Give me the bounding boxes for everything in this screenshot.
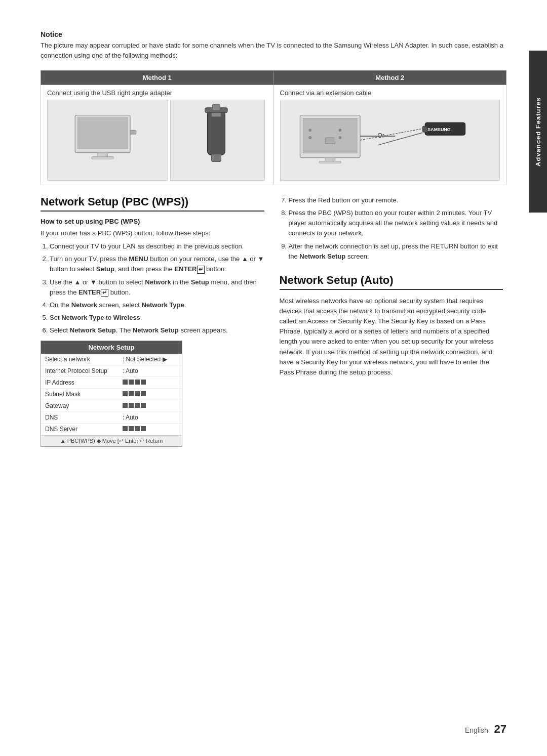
row-label: IP Address bbox=[41, 377, 119, 389]
page-footer: English 27 bbox=[465, 723, 506, 736]
row-label: Select a network bbox=[41, 354, 119, 365]
row-label: Internet Protocol Setup bbox=[41, 365, 119, 377]
step-1: Connect your TV to your LAN as described… bbox=[50, 241, 264, 251]
pbc-intro: If your router has a PBC (WPS) button, f… bbox=[41, 228, 264, 238]
row-value bbox=[119, 389, 182, 400]
svg-rect-6 bbox=[212, 113, 221, 117]
network-setup-table: Select a network : Not Selected ▶ Intern… bbox=[41, 354, 182, 435]
step-7: Press the Red button on your remote. bbox=[289, 195, 503, 205]
method1-description: Connect using the USB right angle adapte… bbox=[47, 89, 267, 97]
network-setup-box: Network Setup Select a network : Not Sel… bbox=[41, 341, 182, 447]
svg-text:SAMSUNG: SAMSUNG bbox=[427, 127, 450, 132]
notice-title: Notice bbox=[41, 30, 506, 38]
step-6: Select Network Setup. The Network Setup … bbox=[50, 325, 264, 335]
notice-text: The picture may appear corrupted or have… bbox=[41, 40, 506, 60]
method2-image: Or SAMSUNG bbox=[280, 100, 500, 181]
method2-cell: Connect via an extension cable bbox=[274, 85, 506, 185]
step-3: Use the ▲ or ▼ button to select Network … bbox=[50, 277, 264, 298]
svg-text:Or: Or bbox=[377, 132, 384, 139]
row-label: Gateway bbox=[41, 400, 119, 412]
right-column: Press the Red button on your remote. Pre… bbox=[280, 195, 503, 447]
row-label: DNS bbox=[41, 412, 119, 424]
notice-section: Notice The picture may appear corrupted … bbox=[41, 30, 506, 60]
method1-header: Method 1 bbox=[41, 71, 274, 85]
svg-rect-11 bbox=[303, 118, 357, 153]
method1-image-left bbox=[47, 100, 168, 181]
table-row: IP Address bbox=[41, 377, 182, 389]
svg-rect-22 bbox=[422, 126, 427, 132]
table-row: Subnet Mask bbox=[41, 389, 182, 400]
pbc-section-header: Network Setup (PBC (WPS)) bbox=[41, 195, 264, 212]
svg-point-14 bbox=[308, 129, 311, 132]
svg-rect-18 bbox=[325, 138, 335, 144]
network-setup-screen-title: Network Setup bbox=[41, 341, 182, 354]
main-content: Network Setup (PBC (WPS)) How to set up … bbox=[41, 195, 506, 447]
svg-line-24 bbox=[360, 129, 422, 140]
svg-rect-5 bbox=[208, 110, 225, 155]
step-5: Set Network Type to Wireless. bbox=[50, 313, 264, 323]
methods-table: Method 1 Method 2 Connect using the USB … bbox=[41, 70, 506, 185]
method1-images bbox=[47, 100, 267, 181]
table-row: DNS : Auto bbox=[41, 412, 182, 424]
page-container: Advanced Features Notice The picture may… bbox=[0, 0, 547, 756]
svg-point-17 bbox=[338, 136, 341, 139]
step-2: Turn on your TV, press the MENU button o… bbox=[50, 254, 264, 274]
footer-language: English bbox=[465, 726, 488, 734]
row-value: : Not Selected ▶ bbox=[119, 354, 182, 365]
table-row: Internet Protocol Setup : Auto bbox=[41, 365, 182, 377]
svg-rect-1 bbox=[77, 118, 128, 149]
pbc-title: Network Setup (PBC (WPS)) bbox=[41, 195, 188, 208]
svg-rect-7 bbox=[212, 154, 221, 162]
method2-description: Connect via an extension cable bbox=[280, 89, 500, 97]
auto-section-header: Network Setup (Auto) bbox=[280, 274, 503, 290]
table-row: Select a network : Not Selected ▶ bbox=[41, 354, 182, 365]
step-4: On the Network screen, select Network Ty… bbox=[50, 300, 264, 310]
svg-rect-9 bbox=[213, 104, 220, 110]
step-8: Press the PBC (WPS) button on your route… bbox=[289, 208, 503, 238]
svg-point-15 bbox=[308, 136, 311, 139]
side-tab-label: Advanced Features bbox=[534, 97, 542, 166]
svg-rect-4 bbox=[130, 130, 136, 134]
pbc-subsection-title: How to set up using PBC (WPS) bbox=[41, 218, 264, 225]
auto-section: Network Setup (Auto) Most wireless netwo… bbox=[280, 274, 503, 377]
svg-rect-3 bbox=[92, 157, 113, 159]
row-label: Subnet Mask bbox=[41, 389, 119, 400]
auto-title: Network Setup (Auto) bbox=[280, 274, 394, 286]
row-label: DNS Server bbox=[41, 424, 119, 435]
row-value: : Auto bbox=[119, 365, 182, 377]
step-9: After the network connection is set up, … bbox=[289, 241, 503, 262]
side-tab: Advanced Features bbox=[529, 51, 547, 213]
method1-image-right bbox=[170, 100, 265, 181]
auto-text: Most wireless networks have an optional … bbox=[280, 296, 503, 377]
row-value bbox=[119, 424, 182, 435]
method2-header: Method 2 bbox=[274, 71, 506, 85]
method1-cell: Connect using the USB right angle adapte… bbox=[41, 85, 274, 185]
row-value bbox=[119, 400, 182, 412]
footer-page-number: 27 bbox=[494, 723, 506, 735]
svg-line-25 bbox=[377, 133, 422, 145]
svg-rect-13 bbox=[319, 161, 341, 163]
network-setup-footer: ▲ PBC(WPS) ◆ Move [↵ Enter ↩ Return bbox=[41, 435, 182, 446]
row-value bbox=[119, 377, 182, 389]
row-value: : Auto bbox=[119, 412, 182, 424]
pbc-steps-list: Connect your TV to your LAN as described… bbox=[41, 241, 264, 335]
table-row: Gateway bbox=[41, 400, 182, 412]
left-column: Network Setup (PBC (WPS)) How to set up … bbox=[41, 195, 264, 447]
pbc-steps-continued: Press the Red button on your remote. Pre… bbox=[280, 195, 503, 262]
svg-point-16 bbox=[338, 129, 341, 132]
table-row: DNS Server bbox=[41, 424, 182, 435]
